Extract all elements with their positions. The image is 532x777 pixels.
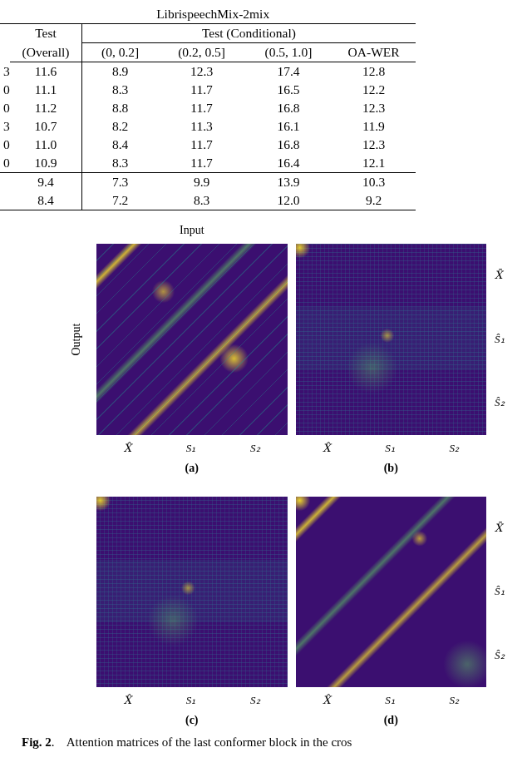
table-cell: 11.7 <box>158 154 244 173</box>
table-cell: 11.7 <box>158 136 244 154</box>
table-row: 011.18.311.716.512.2 <box>0 81 416 99</box>
attention-heatmap-a <box>96 244 288 435</box>
table-cell: 7.2 <box>81 191 158 210</box>
table-cell: 17.4 <box>245 62 332 82</box>
th-test-overall-1: Test <box>10 24 81 43</box>
table-cell: 9.9 <box>158 173 244 192</box>
table-cell: 12.1 <box>332 154 416 173</box>
table-row: 010.98.311.716.412.1 <box>0 154 416 173</box>
table-cell: 7.3 <box>81 173 158 192</box>
table-cell: 12.3 <box>332 136 416 154</box>
table-cell: 12.0 <box>245 191 332 210</box>
figure-2: Input Output X̄ Ŝ₁ Ŝ₂ X̂ S₁ S₂ <box>65 224 518 727</box>
x-ticks-d: X̂ S₁ S₂ <box>296 694 487 707</box>
figure-caption-text: . Attention matrices of the last conform… <box>52 735 352 749</box>
th-bucket3: (0.5, 1.0] <box>245 43 332 62</box>
table-cell: 0 <box>0 136 10 154</box>
y-ticks-row1: X̄ Ŝ₁ Ŝ₂ <box>495 244 518 435</box>
table-cell: 9.4 <box>10 173 81 192</box>
table-cell: 10.9 <box>10 154 81 173</box>
table-cell: 16.5 <box>245 81 332 99</box>
table-cell: 13.9 <box>245 173 332 192</box>
x-ticks-b: X̂ S₁ S₂ <box>296 442 487 455</box>
table-cell: 12.3 <box>332 99 416 117</box>
y-ticks-row2: X̄ Ŝ₁ Ŝ₂ <box>495 497 518 688</box>
table-cell: 10.7 <box>10 117 81 136</box>
table-cell: 12.2 <box>332 81 416 99</box>
table-cell: 9.2 <box>332 191 416 210</box>
attention-heatmap-b <box>296 244 487 435</box>
table-cell: 3 <box>0 117 10 136</box>
table-title: LibrispeechMix-2mix <box>10 5 416 24</box>
table-cell: 0 <box>0 81 10 99</box>
axis-label-output: Output <box>65 244 88 435</box>
th-bucket1: (0, 0.2] <box>81 43 158 62</box>
table-row: 011.28.811.716.812.3 <box>0 99 416 117</box>
table-cell: 16.8 <box>245 136 332 154</box>
table-cell: 8.4 <box>81 136 158 154</box>
table-cell: 11.6 <box>10 62 81 82</box>
table-row: 8.47.28.312.09.2 <box>0 191 416 210</box>
table-cell: 11.7 <box>158 81 244 99</box>
attention-heatmap-d <box>296 497 487 688</box>
panel-label-a: (a) <box>96 462 288 475</box>
panel-label-b: (b) <box>296 462 487 475</box>
table-cell: 8.2 <box>81 117 158 136</box>
table-cell: 11.7 <box>158 99 244 117</box>
panel-label-c: (c) <box>96 714 288 727</box>
table-cell: 16.4 <box>245 154 332 173</box>
table-row: 310.78.211.316.111.9 <box>0 117 416 136</box>
table-row: 9.47.39.913.910.3 <box>0 173 416 192</box>
table-row: 011.08.411.716.812.3 <box>0 136 416 154</box>
x-ticks-a: X̂ S₁ S₂ <box>96 442 288 455</box>
table-cell: 3 <box>0 62 10 82</box>
table-cell: 8.3 <box>81 81 158 99</box>
table-cell <box>0 191 10 210</box>
table-cell: 8.3 <box>81 154 158 173</box>
table-cell: 11.2 <box>10 99 81 117</box>
table-cell: 0 <box>0 154 10 173</box>
axis-label-input: Input <box>96 224 288 237</box>
table-cell: 11.0 <box>10 136 81 154</box>
figure-caption: Fig. 2. Attention matrices of the last c… <box>7 735 522 750</box>
table-cell: 10.3 <box>332 173 416 192</box>
table-cell: 0 <box>0 99 10 117</box>
x-ticks-c: X̂ S₁ S₂ <box>96 694 288 707</box>
th-bucket2: (0.2, 0.5] <box>158 43 244 62</box>
results-table: LibrispeechMix-2mix Test Test (Condition… <box>0 5 416 210</box>
table-cell: 8.3 <box>158 191 244 210</box>
table-cell: 12.3 <box>158 62 244 82</box>
table-row: 311.68.912.317.412.8 <box>0 62 416 82</box>
panel-label-d: (d) <box>296 714 487 727</box>
attention-heatmap-c <box>96 497 288 688</box>
th-test-cond: Test (Conditional) <box>81 24 416 43</box>
table-cell <box>0 173 10 192</box>
table-cell: 8.9 <box>81 62 158 82</box>
th-oa: OA-WER <box>332 43 416 62</box>
table-cell: 16.1 <box>245 117 332 136</box>
figure-caption-label: Fig. 2 <box>22 735 52 749</box>
table-cell: 11.3 <box>158 117 244 136</box>
table-cell: 8.8 <box>81 99 158 117</box>
th-test-overall-2: (Overall) <box>10 43 81 62</box>
table-cell: 8.4 <box>10 191 81 210</box>
table-cell: 11.9 <box>332 117 416 136</box>
table-cell: 12.8 <box>332 62 416 82</box>
table-cell: 16.8 <box>245 99 332 117</box>
table-cell: 11.1 <box>10 81 81 99</box>
